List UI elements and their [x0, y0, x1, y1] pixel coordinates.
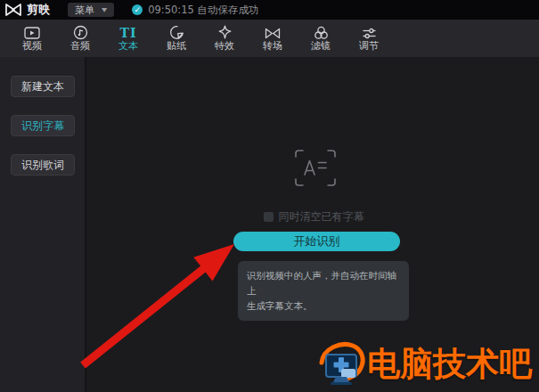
tab-label: 视频	[22, 41, 42, 52]
menu-button[interactable]: 菜单 ▼	[68, 3, 114, 17]
effects-icon	[217, 25, 233, 40]
video-icon	[24, 25, 40, 40]
autosave-time: 09:50:15	[148, 4, 194, 16]
clear-subtitles-option: 同时清空已有字幕	[88, 209, 539, 225]
recognition-description: 识别视频中的人声，并自动在时间轴上 生成字幕文本。	[238, 261, 409, 321]
capcut-logo-icon	[4, 3, 22, 17]
tab-sticker[interactable]: 贴纸	[152, 20, 200, 56]
tab-label: 文本	[118, 41, 138, 52]
tab-label: 转场	[263, 41, 282, 52]
adjust-icon	[362, 25, 377, 40]
clear-subtitles-label: 同时清空已有字幕	[279, 209, 364, 225]
sidebar-item-recognize-subtitles[interactable]: 识别字幕	[11, 115, 75, 136]
chevron-down-icon: ▼	[102, 6, 107, 12]
sidebar-item-recognize-lyrics[interactable]: 识别歌词	[11, 154, 75, 176]
tab-audio[interactable]: 音频	[56, 20, 104, 56]
media-toolbar: 视频 音频 TI 文本 贴纸 特效	[0, 20, 539, 57]
filter-icon	[314, 25, 329, 40]
tab-label: 特效	[215, 41, 234, 52]
text-icon: TI	[120, 25, 137, 40]
description-line1: 识别视频中的人声，并自动在时间轴上	[247, 268, 400, 298]
subtitle-recognition-icon	[295, 150, 336, 186]
tab-adjust[interactable]: 调节	[345, 20, 393, 56]
watermark-text: 电脑技术吧	[367, 339, 532, 389]
app-title: 剪映	[27, 2, 50, 18]
tab-label: 调节	[359, 41, 379, 52]
sticker-icon	[169, 25, 184, 40]
sidebar-item-new-text[interactable]: 新建文本	[11, 76, 75, 97]
tab-transition[interactable]: 转场	[249, 20, 297, 56]
description-line2: 生成字幕文本。	[247, 298, 400, 314]
autosave-message: 自动保存成功	[197, 4, 258, 16]
tab-text[interactable]: TI 文本	[104, 20, 152, 56]
check-circle-icon: ✓	[132, 4, 143, 15]
clear-subtitles-checkbox[interactable]	[264, 212, 274, 222]
computer-tech-logo-icon	[319, 339, 367, 389]
tab-effects[interactable]: 特效	[200, 20, 249, 56]
tab-filter[interactable]: 滤镜	[297, 20, 345, 56]
menu-button-label: 菜单	[75, 4, 94, 17]
start-recognition-button[interactable]: 开始识别	[233, 232, 400, 251]
tab-label: 贴纸	[167, 41, 186, 52]
titlebar: 剪映 菜单 ▼ ✓ 09:50:15 自动保存成功	[0, 0, 539, 20]
tab-label: 音频	[70, 41, 90, 52]
audio-icon	[73, 25, 88, 40]
tab-label: 滤镜	[311, 41, 331, 52]
watermark: 电脑技术吧	[319, 339, 532, 389]
text-panel-sidebar: 新建文本 识别字幕 识别歌词	[0, 57, 86, 392]
transition-icon	[265, 25, 281, 40]
tab-video[interactable]: 视频	[8, 20, 56, 56]
autosave-status: ✓ 09:50:15 自动保存成功	[132, 4, 258, 17]
